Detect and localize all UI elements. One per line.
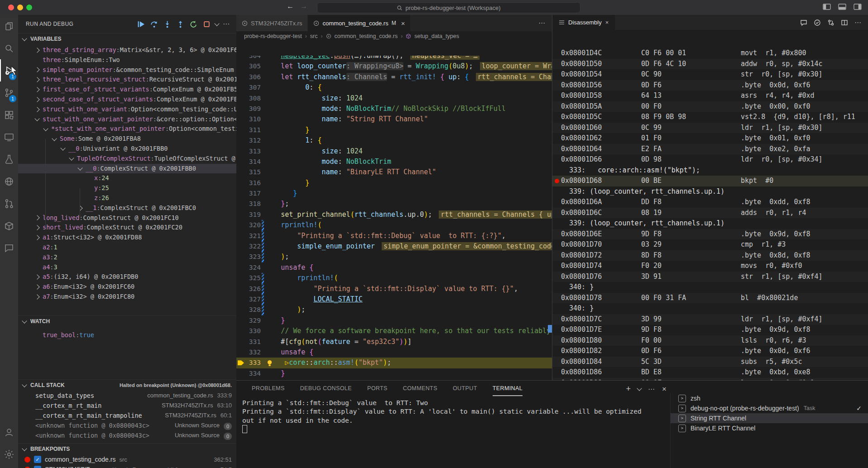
back-icon[interactable]: ← xyxy=(287,2,294,10)
disasm-row[interactable]: 0x08001D7C3D 99ldr r1, [sp, #0xf4] xyxy=(552,314,868,325)
activity-chat[interactable] xyxy=(0,237,18,259)
disasm-row[interactable]: 0x08001D560D F6.byte 0x0d, 0xf6 xyxy=(552,80,868,91)
activity-packages[interactable] xyxy=(0,215,18,237)
variable-row[interactable]: second_case_of_struct_variants: ComplexE… xyxy=(18,95,236,105)
new-terminal-icon[interactable]: + xyxy=(626,384,631,394)
variable-row[interactable]: TupleOfComplexStruct: TupleOfComplexStru… xyxy=(18,154,236,164)
variable-row[interactable]: simple_enum_pointer: &common_testing_cod… xyxy=(18,65,236,75)
code-line[interactable]: 311 } xyxy=(236,125,552,135)
breakpoint-dot[interactable] xyxy=(555,179,559,183)
close-window-button[interactable] xyxy=(8,5,14,10)
line-number[interactable]: 306 xyxy=(249,72,261,82)
line-number[interactable]: 318 xyxy=(249,199,261,209)
line-number[interactable]: 316 xyxy=(249,178,261,188)
code-line[interactable]: 312 1: { xyxy=(236,135,552,146)
callstack-section-header[interactable]: CALL STACK Halted on breakpoint (Unknown… xyxy=(18,379,236,391)
line-number[interactable]: 322 xyxy=(249,241,261,252)
step-out-button[interactable] xyxy=(176,19,185,29)
variable-row[interactable]: a6: Enum<i32> @ 0x2001FC60 xyxy=(18,282,236,292)
line-number[interactable]: 319 xyxy=(249,210,261,220)
step-into-button[interactable] xyxy=(163,19,172,29)
line-number[interactable]: 308 xyxy=(249,93,261,104)
toggle-panel-icon[interactable] xyxy=(838,3,846,10)
disasm-row[interactable]: 0x08001D5864 13asrs r4, r4, #0xd xyxy=(552,91,868,101)
callstack-frame[interactable]: __cortex_m_rt_main_trampolineSTM32H745ZI… xyxy=(18,411,236,420)
breakpoint-checkbox[interactable]: ✓ xyxy=(34,466,41,468)
line-number[interactable]: 307 xyxy=(249,82,261,93)
line-number[interactable]: 314 xyxy=(249,157,261,167)
terminal-list-item[interactable]: >BinaryLE RTT Channel xyxy=(671,423,868,433)
more-actions-icon[interactable]: ⋯ xyxy=(648,385,655,393)
code-line[interactable]: 304 heapless_vec.push(…).unwrap(); heapl… xyxy=(236,56,552,61)
line-number[interactable]: 321 xyxy=(249,231,261,241)
restart-button[interactable] xyxy=(189,19,198,29)
settings-button[interactable] xyxy=(0,443,18,465)
code-line[interactable]: 308 size: 1024 xyxy=(236,93,552,104)
panel-tab-comments[interactable]: COMMENTS xyxy=(403,381,437,396)
code-line[interactable]: 334 } xyxy=(236,368,552,379)
line-number[interactable]: 323 xyxy=(249,252,261,262)
breakpoint-checkbox[interactable]: ✓ xyxy=(34,456,41,463)
code-line[interactable]: 315 name: "BinaryLE RTT Channel" xyxy=(236,167,552,177)
code-line[interactable]: 327 LOCAL_STATIC xyxy=(236,294,552,305)
compare-icon[interactable] xyxy=(827,19,834,26)
tab-common-testing-code[interactable]: common_testing_code.rs M × xyxy=(308,15,411,31)
variable-row[interactable]: stuct_with_one_variant_pointer: &core::o… xyxy=(18,115,236,124)
line-number[interactable]: 333 xyxy=(249,358,261,368)
breakpoint-row[interactable]: ✓STM32H745ZITx.rssrc/thumbv7em-none-eabi… xyxy=(18,464,236,468)
activity-docker[interactable] xyxy=(0,170,18,192)
line-number[interactable]: 334 xyxy=(249,368,261,379)
line-number[interactable]: 313 xyxy=(249,146,261,157)
code-line[interactable]: 305 let loop_counter: Wrapping<u8> = Wra… xyxy=(236,61,552,72)
maximize-window-button[interactable] xyxy=(26,5,32,10)
split-editor-icon[interactable] xyxy=(841,19,848,26)
disasm-row[interactable]: 0x08001D74F0 20movs r0, #0xf0 xyxy=(552,261,868,272)
disasm-row[interactable]: 0x08001D7E9D F8.byte 0x9d, 0xf8 xyxy=(552,325,868,335)
disasm-row[interactable]: 0x08001D7800 F0 31 FAbl #0x80021de xyxy=(552,293,868,304)
panel-tab-debug-console[interactable]: DEBUG CONSOLE xyxy=(300,381,352,396)
line-number[interactable]: 332 xyxy=(249,347,261,358)
close-tab-icon[interactable]: × xyxy=(605,19,609,26)
disasm-row[interactable]: 0x08001D6201 F0.byte 0x01, 0xf0 xyxy=(552,133,868,144)
code-line[interactable]: 328 ); xyxy=(236,305,552,315)
more-actions-icon[interactable]: ⋯ xyxy=(223,20,230,28)
variable-row[interactable]: struct_with_one_variant: Option<common_t… xyxy=(18,105,236,115)
activity-testing[interactable] xyxy=(0,148,18,170)
code-line[interactable]: 309 mode: NoBlockTrim// NoBlockSkip //Bl… xyxy=(236,104,552,114)
command-center-search[interactable]: probe-rs-debugger-test (Workspace) xyxy=(317,2,580,13)
variable-row[interactable]: __0: ComplexStruct @ 0x2001FBB0 xyxy=(18,164,236,174)
code-line[interactable]: 330 // We force a software breakpoint he… xyxy=(236,326,552,336)
code-line[interactable]: 331 #[cfg(not(feature = "esp32c3"))] xyxy=(236,337,552,347)
variable-row[interactable]: y: 25 xyxy=(18,183,236,193)
stop-button[interactable] xyxy=(202,19,211,29)
variable-row[interactable]: true_bool: true xyxy=(18,330,236,340)
code-line[interactable]: 318 }; xyxy=(236,199,552,209)
disasm-row[interactable]: 0x08001D763D 91str r1, [sp, #0xf4] xyxy=(552,272,868,282)
callstack-frame[interactable]: <unknown function @ 0x0800043c>Unknown S… xyxy=(18,430,236,440)
breadcrumb[interactable]: probe-rs-debugger-test› src› common_test… xyxy=(236,31,552,41)
terminal-dropdown-icon[interactable] xyxy=(637,386,642,391)
activity-extensions[interactable] xyxy=(0,104,18,126)
variable-row[interactable]: a7: Enum<i32> @ 0x2001FC80 xyxy=(18,292,236,302)
code-line[interactable]: 320 rprintln!( xyxy=(236,220,552,230)
breakpoints-section-header[interactable]: BREAKPOINTS xyxy=(18,443,236,454)
tab-stm32h745zitx[interactable]: STM32H745ZITx.rs xyxy=(236,15,308,31)
code-line[interactable]: 325 rprintln!( xyxy=(236,273,552,283)
line-number[interactable]: 309 xyxy=(249,104,261,114)
variable-row[interactable]: a2: 1 xyxy=(18,243,236,253)
minimize-window-button[interactable] xyxy=(17,5,23,10)
callstack-frame[interactable]: setup_data_typescommon_testing_code.rs33… xyxy=(18,391,236,401)
disasm-row[interactable]: 0x08001D5C08 F9 0B 98vst2.8 {d9, d10}, [… xyxy=(552,112,868,123)
close-tab-icon[interactable]: × xyxy=(401,19,405,27)
code-line[interactable]: 326 "Printing a `std::fmt::Display` valu… xyxy=(236,284,552,294)
account-button[interactable] xyxy=(0,421,18,443)
activity-pull-requests[interactable] xyxy=(0,192,18,215)
variable-row[interactable]: three_d_string_array: Matrix<&str, 2, 3,… xyxy=(18,45,236,55)
code-area[interactable]: 304 heapless_vec.push(…).unwrap(); heapl… xyxy=(236,56,552,380)
code-line[interactable]: 310 name: "String RTT Channel" xyxy=(236,114,552,124)
code-line[interactable]: 333 ▷core::arch::asm!("bkpt"); xyxy=(236,358,552,368)
breakpoint-row[interactable]: ✓common_testing_code.rssrc362:51 xyxy=(18,454,236,464)
disasm-row[interactable]: 0x08001D86BD E8.byte 0xbd, 0xe8 xyxy=(552,367,868,378)
disasm-row[interactable]: 0x08001D6E9D F8.byte 0x9d, 0xf8 xyxy=(552,229,868,240)
disasm-row[interactable]: 0x08001D500D F6 4C 10addw r0, sp, #0x14c xyxy=(552,59,868,70)
